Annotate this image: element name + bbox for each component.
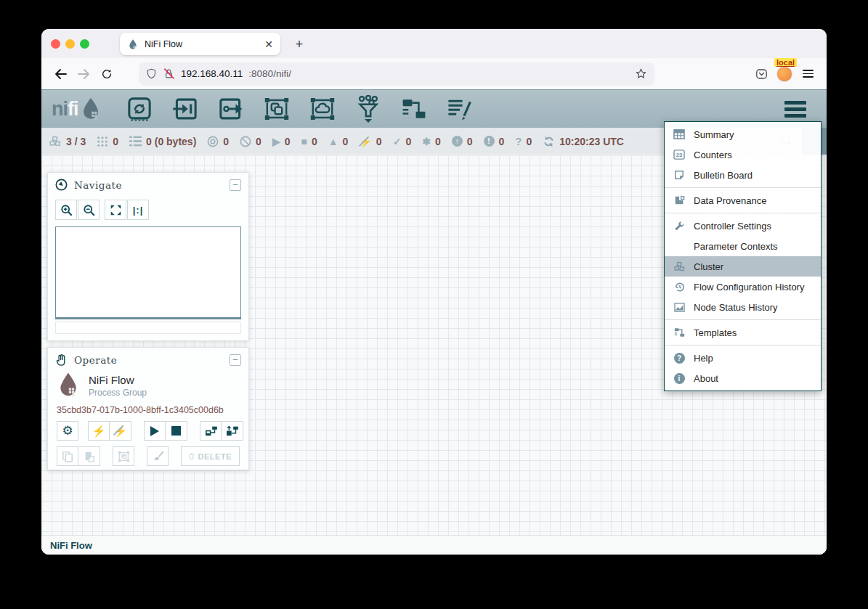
output-port-icon[interactable] — [218, 96, 244, 122]
shield-icon[interactable] — [146, 68, 157, 80]
breadcrumb[interactable]: NiFi Flow — [41, 535, 827, 555]
pocket-icon[interactable] — [750, 63, 773, 85]
save-template-button[interactable] — [200, 421, 222, 441]
funnel-icon[interactable] — [355, 96, 381, 122]
delete-button[interactable]: DELETE — [181, 446, 240, 466]
paste-icon — [84, 451, 95, 462]
avatar — [776, 66, 792, 82]
wrench-icon — [672, 221, 686, 232]
operate-title: Operate — [74, 354, 223, 366]
birdseye-minimap[interactable] — [55, 226, 241, 319]
bookmark-star-icon[interactable] — [635, 68, 647, 80]
menu-item-counters[interactable]: 23 Counters — [665, 144, 821, 165]
browser-window: NiFi Flow ✕ + 192.168.40.11:8080/nifi/ — [41, 29, 827, 555]
menu-label: Flow Configuration History — [694, 282, 804, 293]
threads-grid-icon — [97, 136, 108, 147]
menu-item-templates[interactable]: Templates — [665, 322, 821, 343]
url-path: :8080/nifi/ — [248, 68, 291, 79]
status-locally-modified: ✱ 0 — [422, 136, 441, 147]
menu-item-about[interactable]: i About — [665, 368, 821, 388]
menu-item-node-status-history[interactable]: Node Status History — [665, 297, 821, 317]
brand-prefix: ni — [52, 98, 68, 120]
new-tab-button[interactable]: + — [290, 35, 309, 54]
forward-button[interactable] — [72, 63, 95, 85]
menu-label: Cluster — [694, 261, 723, 272]
browser-tab[interactable]: NiFi Flow ✕ — [120, 33, 280, 55]
status-value: 0 — [223, 136, 229, 147]
brand-suffix: fi — [68, 98, 78, 120]
copy-button[interactable] — [57, 446, 78, 466]
processor-icon[interactable] — [126, 96, 153, 122]
paste-button[interactable] — [78, 446, 100, 466]
process-group-icon[interactable] — [264, 96, 290, 122]
hand-icon — [55, 353, 68, 366]
menu-separator — [665, 345, 821, 346]
menu-separator — [665, 319, 821, 320]
nifi-global-menu: Summary 23 Counters Bulletin Board Data … — [664, 121, 822, 391]
url-host: 192.168.40.11 — [181, 68, 243, 79]
menu-item-controller-settings[interactable]: Controller Settings — [665, 216, 821, 236]
collapse-operate-button[interactable]: − — [230, 354, 241, 366]
zoom-out-button[interactable] — [78, 200, 100, 220]
group-button[interactable] — [113, 446, 134, 466]
transmitting-icon — [207, 136, 219, 147]
menu-label: About — [694, 373, 718, 384]
stop-button[interactable] — [166, 421, 187, 441]
status-value: 0 — [499, 136, 505, 147]
disable-button[interactable]: ⚡ — [110, 421, 131, 441]
nifi-logo: nifi — [52, 97, 102, 121]
status-not-transmitting: 0 — [240, 136, 261, 147]
menu-item-cluster[interactable]: Cluster — [665, 256, 821, 277]
remote-process-group-icon[interactable] — [309, 96, 336, 122]
status-running: ▶ 0 — [272, 136, 291, 147]
selected-flow-name: NiFi Flow — [89, 372, 147, 386]
menu-item-data-provenance[interactable]: Data Provenance — [665, 190, 821, 211]
profile-badge: local — [774, 58, 797, 67]
back-button[interactable] — [49, 63, 72, 85]
zoom-in-button[interactable] — [55, 200, 77, 220]
profile-avatar[interactable]: local — [773, 63, 796, 85]
status-value: 0 — [526, 136, 532, 147]
cluster-icon — [49, 136, 62, 147]
maximize-window-button[interactable] — [80, 39, 89, 49]
upload-template-button[interactable] — [222, 421, 243, 441]
status-value: 0 — [312, 136, 317, 147]
enable-button[interactable]: ⚡ — [88, 421, 110, 441]
status-up-to-date: ✓ 0 — [393, 136, 412, 147]
status-value: 0 — [405, 136, 411, 147]
label-icon[interactable] — [447, 96, 473, 122]
template-icon[interactable] — [401, 96, 427, 122]
breadcrumb-root[interactable]: NiFi Flow — [50, 540, 92, 551]
start-button[interactable] — [144, 421, 166, 441]
status-value: 0 — [467, 136, 473, 147]
menu-item-help[interactable]: ? Help — [665, 348, 821, 368]
url-bar[interactable]: 192.168.40.11:8080/nifi/ — [139, 62, 654, 86]
configure-button[interactable]: ⚙ — [57, 421, 78, 441]
insecure-lock-icon[interactable] — [163, 68, 175, 80]
input-port-icon[interactable] — [172, 96, 198, 122]
refresh-icon[interactable] — [543, 136, 555, 147]
status-queued: 0 (0 bytes) — [129, 136, 196, 147]
browser-menu-button[interactable] — [796, 63, 819, 85]
group-icon — [118, 451, 130, 462]
upload-template-icon — [226, 425, 238, 436]
reload-button[interactable] — [95, 63, 118, 85]
tab-close-icon[interactable]: ✕ — [264, 39, 273, 49]
zoom-fit-button[interactable] — [105, 200, 126, 220]
collapse-navigate-button[interactable]: − — [230, 179, 241, 191]
data-provenance-icon — [672, 195, 686, 206]
menu-item-parameter-contexts[interactable]: Parameter Contexts — [665, 236, 821, 256]
status-value: 0 — [113, 136, 118, 147]
menu-item-flow-configuration-history[interactable]: Flow Configuration History — [665, 277, 821, 297]
menu-item-bulletin-board[interactable]: Bulletin Board — [665, 165, 821, 185]
stop-icon — [171, 426, 181, 436]
close-window-button[interactable] — [51, 39, 60, 49]
minimize-window-button[interactable] — [65, 39, 75, 49]
zoom-actual-size-button[interactable]: |:| — [127, 200, 149, 220]
menu-item-summary[interactable]: Summary — [665, 124, 821, 144]
change-color-button[interactable] — [147, 446, 169, 466]
status-value: 0 — [285, 136, 291, 147]
nifi-global-menu-button[interactable] — [784, 101, 806, 118]
templates-icon — [672, 327, 686, 338]
birdseye-brush[interactable] — [55, 322, 241, 334]
